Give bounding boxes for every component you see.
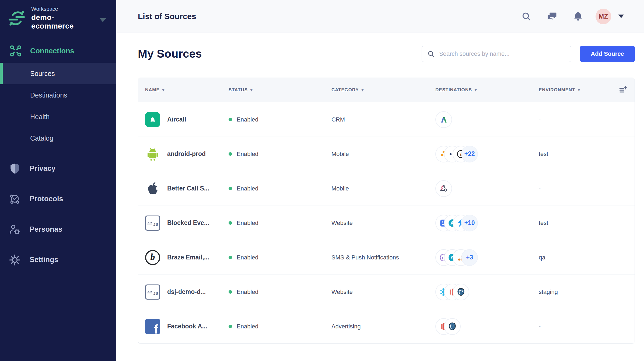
gear-icon	[9, 254, 21, 266]
protocols-icon	[9, 193, 21, 205]
sidebar-item-destinations[interactable]: Destinations	[0, 84, 116, 106]
sort-caret-icon: ▾	[362, 88, 364, 92]
source-name: Blocked Eve...	[167, 219, 209, 227]
sidebar-item-label: Privacy	[30, 164, 55, 173]
sidebar-item-label: Connections	[30, 47, 74, 55]
category-label: Mobile	[331, 185, 435, 192]
more-destinations-badge[interactable]: +22	[461, 146, 478, 162]
column-header-destinations[interactable]: DESTINATIONS▾	[435, 87, 539, 93]
braze-icon: b	[145, 250, 160, 265]
category-label: Mobile	[331, 151, 435, 158]
destinations-cell[interactable]	[435, 318, 539, 335]
add-column-icon[interactable]	[618, 85, 628, 95]
environment-label: -	[539, 323, 615, 330]
environment-label: qa	[539, 254, 615, 261]
more-destinations-badge[interactable]: +10	[461, 215, 478, 231]
workspace-chevron-down-icon[interactable]	[100, 18, 106, 22]
content: My Sources Add Source NAME▾ STATUS▾ CATE…	[116, 33, 644, 361]
table-row[interactable]: Better Call S... Enabled Mobile	[138, 171, 635, 206]
column-header-environment[interactable]: ENVIRONMENT▾	[539, 87, 615, 93]
add-source-button[interactable]: Add Source	[580, 46, 635, 62]
sidebar-item-protocols[interactable]: Protocols	[0, 184, 116, 214]
sidebar-item-personas[interactable]: Personas	[0, 214, 116, 245]
source-name: android-prod	[167, 150, 206, 158]
environment-label: test	[539, 151, 615, 158]
category-label: Website	[331, 220, 435, 227]
sort-caret-icon: ▾	[250, 88, 253, 92]
status-label: Enabled	[237, 185, 258, 192]
webhook-icon	[435, 180, 452, 197]
sidebar-nav: Connections Sources Destinations Health …	[0, 39, 116, 275]
destinations-cell[interactable]: A +10	[435, 215, 539, 231]
sidebar-item-health[interactable]: Health	[0, 106, 116, 127]
source-name: Better Call S...	[167, 185, 209, 192]
search-sources-input[interactable]	[439, 50, 566, 57]
search-icon	[427, 50, 435, 58]
status-dot	[229, 325, 232, 328]
sidebar-item-settings[interactable]: Settings	[0, 245, 116, 275]
source-name: Braze Email,...	[167, 254, 209, 261]
segment-logo-icon	[8, 10, 25, 27]
android-icon	[145, 147, 160, 162]
personas-icon	[9, 223, 21, 236]
avatar[interactable]: MZ	[596, 9, 611, 24]
status-dot	[229, 221, 232, 225]
main-area: List of Sources MZ My Sources	[116, 0, 644, 361]
search-sources-box	[422, 46, 571, 62]
account-chevron-down-icon[interactable]	[618, 15, 624, 18]
destinations-cell[interactable]: A +3	[435, 249, 539, 266]
sidebar-item-label: Personas	[30, 225, 62, 234]
destinations-cell[interactable]	[435, 111, 539, 128]
sidebar-item-label: Destinations	[30, 91, 67, 99]
column-header-name[interactable]: NAME▾	[145, 87, 229, 93]
sidebar-item-connections[interactable]: Connections	[0, 39, 116, 63]
apple-icon	[145, 181, 160, 196]
shield-icon	[9, 162, 21, 175]
category-label: Advertising	[331, 323, 435, 330]
bell-icon[interactable]	[573, 11, 583, 22]
sort-caret-icon: ▾	[162, 88, 164, 92]
status-dot	[229, 152, 232, 156]
sidebar-item-privacy[interactable]: Privacy	[0, 153, 116, 184]
sort-caret-icon: ▾	[578, 88, 580, 92]
workspace-switcher[interactable]: Workspace demo-ecommerce	[0, 0, 116, 35]
workspace-label: Workspace	[31, 6, 94, 12]
source-name: Aircall	[167, 116, 186, 123]
workspace-info: Workspace demo-ecommerce	[31, 6, 94, 30]
table-row[interactable]: JS dsj-demo-d... Enabled Website	[138, 275, 635, 309]
destinations-cell[interactable]	[435, 284, 539, 300]
table-row[interactable]: Aircall Enabled CRM -	[138, 102, 635, 137]
controls-row: My Sources Add Source	[138, 46, 635, 62]
status-dot	[229, 290, 232, 294]
postgres-icon	[453, 284, 469, 300]
status-label: Enabled	[237, 116, 258, 123]
environment-label: staging	[539, 289, 615, 296]
table-row[interactable]: android-prod Enabled Mobile b +22 t	[138, 137, 635, 171]
column-header-category[interactable]: CATEGORY▾	[331, 87, 435, 93]
table-row[interactable]: b Braze Email,... Enabled SMS & Push Not…	[138, 240, 635, 275]
sidebar-item-catalog[interactable]: Catalog	[0, 127, 116, 149]
source-name: Facebook A...	[167, 323, 207, 330]
status-dot	[229, 187, 232, 190]
connections-icon	[9, 44, 22, 57]
column-header-actions	[618, 85, 628, 95]
destinations-cell[interactable]: b +22	[435, 146, 539, 162]
status-label: Enabled	[237, 323, 258, 330]
sidebar-item-sources[interactable]: Sources	[0, 63, 116, 84]
aircall-icon	[145, 112, 160, 127]
search-icon[interactable]	[521, 11, 531, 22]
more-destinations-badge[interactable]: +3	[461, 249, 478, 266]
table-row[interactable]: f Facebook A... Enabled Advertising -	[138, 309, 635, 343]
sidebar-item-label: Settings	[30, 256, 58, 264]
sort-caret-icon: ▾	[475, 88, 477, 92]
table-row[interactable]: JS Blocked Eve... Enabled Website A	[138, 206, 635, 240]
chat-icon[interactable]	[547, 11, 557, 22]
status-dot	[229, 256, 232, 259]
google-ads-icon	[435, 111, 452, 128]
facebook-icon: f	[145, 319, 160, 334]
column-header-status[interactable]: STATUS▾	[229, 87, 331, 93]
category-label: SMS & Push Notifications	[331, 254, 435, 261]
status-dot	[229, 118, 232, 121]
destinations-cell[interactable]	[435, 180, 539, 197]
category-label: Website	[331, 289, 435, 296]
